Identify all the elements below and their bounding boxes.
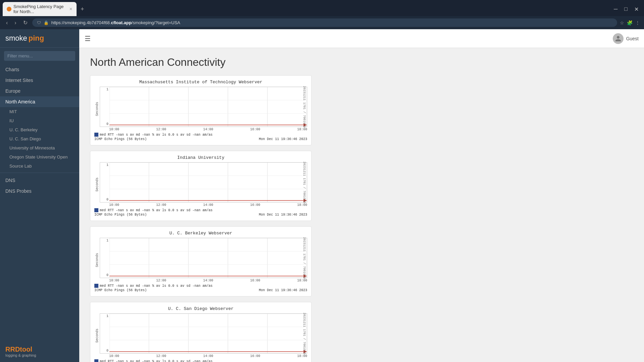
chart-uc-san-diego-legend-box <box>94 359 98 362</box>
logo-smoke: smoke <box>5 34 27 43</box>
chart-uc-san-diego-title: U. C. San Diego Webserver <box>94 306 307 311</box>
sidebar-item-internet-sites[interactable]: Internet Sites <box>0 75 79 86</box>
chart-uc-berkeley-right-label: 20231211 1701 / 7001090 <box>302 238 307 278</box>
address-bar-actions: ☆ 🧩 ⋮ <box>620 20 640 26</box>
sidebar-sub-oregon-state[interactable]: Oregon State University Open <box>0 152 79 162</box>
chart-iu-y-axis: 1 0 <box>100 163 109 202</box>
sidebar-item-dns-probes[interactable]: DNS Probes <box>0 186 79 196</box>
window-controls: ─ □ ✕ <box>611 5 641 14</box>
chart-iu-area: 1 0 <box>100 162 307 202</box>
hamburger-icon[interactable]: ☰ <box>85 35 91 43</box>
user-avatar <box>613 33 624 44</box>
chart-mit-title: Massachusetts Institute of Technology We… <box>94 80 307 85</box>
sidebar-sub-iu[interactable]: IU <box>0 116 79 125</box>
tab-favicon <box>7 7 11 11</box>
chart-iu-grid <box>109 163 307 202</box>
chart-mit-y-label: Seconds <box>95 102 99 116</box>
chart-uc-berkeley-body <box>109 238 307 278</box>
user-label: Guest <box>626 36 639 41</box>
chart-legend-box <box>94 133 98 137</box>
rrd-sub: logging & graphing <box>5 353 74 357</box>
chart-iu-right-label: 20231211 1701 / 7001090 <box>302 163 307 202</box>
sidebar-logo: smokeping <box>0 29 79 48</box>
rrd-title: RRDtool <box>5 346 74 353</box>
security-icon: 🛡 <box>37 20 41 25</box>
chart-iu-body <box>109 163 307 202</box>
chart-uc-san-diego-body <box>109 314 307 353</box>
chart-uc-berkeley-stats-row2: ICMP Echo Pings (56 Bytes) Mon Dec 11 19… <box>94 288 307 292</box>
chart-uc-san-diego-right-label: 20231211 1701 / 7001090 <box>302 314 307 353</box>
user-area: Guest <box>613 33 639 44</box>
sidebar: smokeping Charts Internet Sites Europe N… <box>0 29 79 362</box>
chart-iu-y-label: Seconds <box>95 177 99 191</box>
chart-uc-berkeley-y-label: Seconds <box>95 253 99 267</box>
chart-uc-san-diego-y-label: Seconds <box>95 328 99 343</box>
close-window-button[interactable]: ✕ <box>632 5 641 14</box>
back-button[interactable]: ‹ <box>4 18 10 27</box>
app-container: smokeping Charts Internet Sites Europe N… <box>0 29 644 362</box>
chart-uc-san-diego-x-labels: 10:00 12:00 14:00 16:00 18:00 <box>100 354 307 358</box>
chart-uc-san-diego-y-axis: 1 0 <box>100 314 109 353</box>
chart-mit[interactable]: Massachusetts Institute of Technology We… <box>90 75 312 145</box>
chart-mit-y-axis: 1 0 <box>100 87 109 127</box>
chart-mit-x-labels: 10:00 12:00 14:00 16:00 18:00 <box>100 127 307 131</box>
logo-ping: ping <box>29 34 44 43</box>
main-content: North American Connectivity Massachusett… <box>79 48 644 362</box>
sidebar-sub-source-lab[interactable]: Source Lab <box>0 162 79 171</box>
chart-uc-berkeley-x-labels: 10:00 12:00 14:00 16:00 18:00 <box>100 278 307 282</box>
svg-rect-39 <box>109 314 307 353</box>
minimize-button[interactable]: ─ <box>611 5 620 13</box>
sidebar-item-charts[interactable]: Charts <box>0 64 79 75</box>
forward-button[interactable]: › <box>12 18 18 27</box>
sidebar-sub-university-minnesota[interactable]: University of Minnesota <box>0 143 79 152</box>
chart-uc-berkeley[interactable]: U. C. Berkeley Webserver Seconds 1 0 <box>90 226 312 297</box>
sidebar-item-dns[interactable]: DNS <box>0 175 79 186</box>
chart-mit-area: 1 0 <box>100 87 307 127</box>
lock-icon: 🔒 <box>44 20 49 25</box>
chart-uc-berkeley-title: U. C. Berkeley Webserver <box>94 231 307 236</box>
svg-rect-13 <box>109 163 307 202</box>
topbar: ☰ Guest <box>79 29 644 48</box>
address-bar[interactable]: 🛡 🔒 https://smokeping.4b7d704f68.cfloat.… <box>32 18 617 27</box>
chart-uc-san-diego-area: 1 0 <box>100 313 307 354</box>
tab-bar: SmokePing Latency Page for North... ✕ + … <box>0 0 644 16</box>
menu-icon[interactable]: ⋮ <box>635 20 640 26</box>
active-tab[interactable]: SmokePing Latency Page for North... ✕ <box>3 2 77 16</box>
chart-uc-san-diego[interactable]: U. C. San Diego Webserver Seconds 1 0 <box>90 302 312 362</box>
browser-chrome: SmokePing Latency Page for North... ✕ + … <box>0 0 644 29</box>
chart-mit-stats-row2: ICMP Echo Pings (56 Bytes) Mon Dec 11 19… <box>94 137 307 141</box>
chart-mit-stats: med RTT -nan s av md -nan % av ls 0.0 s … <box>94 133 307 137</box>
chart-iu-stats-row2: ICMP Echo Pings (56 Bytes) Mon Dec 11 19… <box>94 213 307 217</box>
page-title: North American Connectivity <box>90 56 633 69</box>
chart-mit-grid <box>109 87 307 127</box>
chart-uc-berkeley-area: 1 0 <box>100 238 307 278</box>
sidebar-item-north-america[interactable]: North America <box>0 96 79 107</box>
address-bar-row: ‹ › ↻ 🛡 🔒 https://smokeping.4b7d704f68.c… <box>0 16 644 29</box>
filter-input[interactable] <box>4 51 75 61</box>
chart-iu-stats: med RTT -nan s av md -nan % av ls 0.0 s … <box>94 208 307 212</box>
chart-iu-legend-box <box>94 208 98 212</box>
extensions-icon[interactable]: 🧩 <box>627 20 633 26</box>
svg-rect-26 <box>109 238 307 278</box>
chart-uc-berkeley-stats: med RTT -nan s av md -nan % av ls 0.0 s … <box>94 284 307 288</box>
chart-iu-title: Indiana University <box>94 155 307 160</box>
bookmark-icon[interactable]: ☆ <box>620 20 624 26</box>
maximize-button[interactable]: □ <box>622 5 630 13</box>
sidebar-sub-mit[interactable]: MIT <box>0 107 79 116</box>
chart-iu[interactable]: Indiana University Seconds 1 0 <box>90 151 312 221</box>
rrd-logo: RRDtool logging & graphing <box>0 341 79 362</box>
url-display: https://smokeping.4b7d704f68.cfloat.app/… <box>51 20 612 25</box>
tab-title: SmokePing Latency Page for North... <box>13 4 65 14</box>
sidebar-item-europe[interactable]: Europe <box>0 86 79 96</box>
sidebar-sub-uc-berkeley[interactable]: U. C. Berkeley <box>0 125 79 134</box>
sidebar-sub-uc-san-diego[interactable]: U. C. San Diego <box>0 134 79 143</box>
avatar-icon <box>615 35 622 42</box>
refresh-button[interactable]: ↻ <box>21 18 30 27</box>
sidebar-divider-1 <box>0 173 79 173</box>
chart-uc-san-diego-grid <box>109 314 307 353</box>
svg-rect-0 <box>109 87 307 127</box>
tab-close-button[interactable]: ✕ <box>69 7 73 11</box>
chart-uc-berkeley-legend-box <box>94 284 98 288</box>
chart-mit-right-label: 20231211 1701 / 7001090 <box>302 87 307 127</box>
new-tab-button[interactable]: + <box>78 4 87 14</box>
